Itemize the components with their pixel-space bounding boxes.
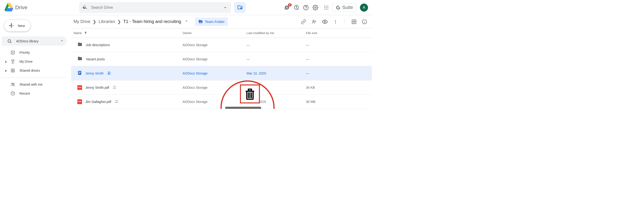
sidebar-item-my-drive[interactable]: ▶ My Drive — [2, 57, 67, 66]
expand-arrow-icon[interactable]: ▶ — [5, 60, 8, 63]
sidebar-item-label: Recent — [20, 92, 64, 95]
gsuite-badge[interactable]: Suite — [332, 3, 356, 12]
sidebar-item-label: Shared with me — [20, 83, 64, 86]
svg-point-8 — [328, 5, 328, 6]
svg-point-18 — [12, 70, 13, 71]
details-info-icon[interactable] — [362, 19, 367, 24]
svg-point-15 — [8, 39, 11, 42]
file-row[interactable]: Job descriptionsAODocs Storage—— — [71, 38, 372, 52]
file-row[interactable]: Jenny SmithAODocs StorageMar 10, 2020— — [71, 66, 372, 81]
content-toolbar: My Drive ❯ Libraries ❯ T1 - Team hiring … — [71, 15, 372, 28]
file-row[interactable]: Vacant postsAODocs Storage—— — [71, 52, 372, 66]
svg-point-39 — [116, 100, 117, 101]
header-actions: 6 Suite A — [284, 3, 368, 12]
svg-rect-34 — [79, 73, 80, 74]
search-icon — [82, 4, 88, 10]
sidebar: New AODocs library Priority ▶ My Drive ▶… — [0, 15, 71, 109]
column-headers: Name Owner Last modified by me File size — [71, 28, 372, 38]
pdf-icon: PDF — [77, 99, 82, 104]
svg-point-14 — [328, 9, 328, 9]
file-list: Job descriptionsAODocs Storage——Vacant p… — [71, 38, 372, 109]
shared-icon — [112, 85, 117, 90]
svg-point-24 — [313, 20, 314, 21]
settings-gear-icon[interactable] — [312, 5, 318, 10]
chevron-right-icon: ❯ — [117, 19, 121, 24]
sidebar-item-shared-drives[interactable]: ▶ Shared drives — [2, 66, 67, 75]
delete-file-tooltip: Delete file — [225, 107, 261, 109]
folder-search-button[interactable] — [234, 2, 246, 13]
search-options-dropdown-icon[interactable] — [223, 5, 228, 10]
sidebar-item-priority[interactable]: Priority — [2, 48, 67, 57]
sidebar-divider — [2, 77, 67, 78]
sidebar-item-shared-with-me[interactable]: Shared with me — [2, 80, 67, 89]
chevron-right-icon: ❯ — [93, 19, 96, 24]
logo-area[interactable]: Drive — [4, 3, 56, 12]
annotation-trash-box — [240, 85, 260, 104]
svg-point-2 — [296, 8, 297, 8]
preview-eye-icon[interactable] — [322, 19, 328, 25]
column-header-modified[interactable]: Last modified by me — [246, 31, 306, 35]
svg-point-28 — [335, 23, 336, 23]
sidebar-item-recent[interactable]: Recent — [2, 89, 67, 98]
product-name: Drive — [15, 4, 27, 11]
search-bar[interactable] — [79, 2, 231, 13]
column-header-size[interactable]: File size — [306, 31, 367, 35]
folder-icon — [77, 42, 82, 48]
svg-point-27 — [335, 21, 336, 22]
svg-point-11 — [328, 7, 328, 8]
more-actions-icon[interactable] — [333, 19, 338, 24]
svg-point-10 — [326, 7, 327, 8]
svg-rect-32 — [79, 72, 80, 72]
sidebar-item-label: Priority — [20, 51, 64, 54]
file-name: Jenny Smith — [85, 71, 104, 75]
shared-icon — [114, 99, 119, 104]
breadcrumb: My Drive ❯ Libraries ❯ T1 - Team hiring … — [74, 19, 189, 24]
svg-point-0 — [240, 7, 242, 9]
team-folder-chip[interactable]: Team Folder — [195, 17, 228, 26]
offline-sync-icon[interactable]: 6 — [284, 5, 290, 10]
toolbar-divider — [344, 18, 345, 25]
offline-badge: 6 — [288, 3, 292, 6]
file-modified: — — [246, 57, 306, 61]
chevron-down-icon[interactable] — [184, 19, 189, 24]
file-name: Vacant posts — [86, 57, 105, 61]
drive-logo-icon — [4, 3, 13, 12]
expand-arrow-icon[interactable]: ▶ — [5, 69, 8, 72]
sidebar-aodocs-library[interactable]: AODocs library — [2, 36, 67, 46]
grid-view-icon[interactable] — [352, 19, 356, 24]
account-avatar[interactable]: A — [360, 3, 368, 11]
svg-point-22 — [200, 21, 200, 22]
svg-point-25 — [324, 21, 326, 22]
breadcrumb-current[interactable]: T1 - Team hiring and recruiting — [123, 19, 181, 24]
get-link-icon[interactable] — [301, 19, 306, 24]
column-header-owner[interactable]: Owner — [182, 31, 246, 35]
svg-point-23 — [201, 21, 202, 22]
support-icon[interactable] — [303, 5, 309, 10]
new-button[interactable]: New — [4, 19, 31, 32]
svg-point-19 — [12, 83, 13, 84]
help-download-icon[interactable] — [294, 5, 299, 10]
main-content: My Drive ❯ Libraries ❯ T1 - Team hiring … — [71, 15, 372, 109]
file-size: — — [306, 71, 367, 75]
file-owner: AODocs Storage — [182, 57, 246, 61]
breadcrumb-my-drive[interactable]: My Drive — [74, 19, 90, 24]
svg-point-26 — [335, 20, 336, 21]
toolbar-actions — [301, 18, 367, 25]
svg-point-13 — [326, 9, 327, 9]
file-row[interactable]: PDFJenny Smith.pdfAODocs Storage—34 KB — [71, 81, 372, 95]
file-modified: — — [246, 43, 306, 47]
search-input[interactable] — [91, 5, 223, 10]
sidebar-aodocs-label: AODocs library — [16, 39, 56, 43]
svg-point-36 — [110, 72, 110, 73]
apps-grid-icon[interactable] — [324, 5, 329, 10]
shared-icon — [107, 71, 111, 76]
column-header-name[interactable]: Name — [74, 31, 182, 35]
sidebar-item-label: My Drive — [20, 60, 64, 63]
file-modified: Mar 10, 2020 — [246, 71, 306, 75]
share-icon[interactable] — [311, 19, 316, 24]
svg-rect-16 — [11, 51, 14, 54]
svg-point-20 — [13, 83, 14, 84]
breadcrumb-libraries[interactable]: Libraries — [99, 19, 115, 24]
gdoc-icon — [77, 71, 82, 76]
gsuite-label: Suite — [342, 5, 353, 10]
